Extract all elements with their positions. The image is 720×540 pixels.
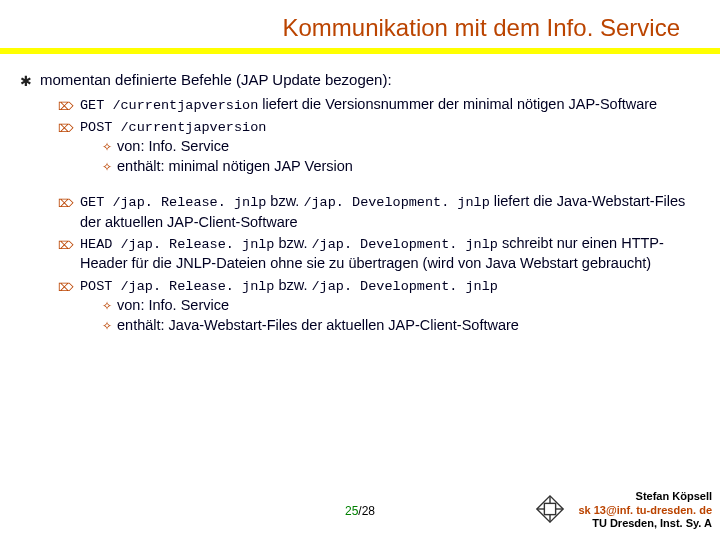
list-item: ⌦ HEAD /jap. Release. jnlp bzw. /jap. De…	[58, 234, 700, 274]
code-text: /jap. Development. jnlp	[303, 195, 489, 210]
body-text: enthält: Java-Webstart-Files der aktuell…	[117, 316, 519, 336]
bullet-l2-icon: ⌦	[58, 238, 74, 253]
author-block: Stefan Köpsell sk 13@inf. tu-dresden. de…	[578, 490, 712, 530]
university-logo-icon	[535, 494, 565, 524]
bullet-l3-icon: ✧	[102, 159, 112, 175]
body-text: enthält: minimal nötigen JAP Version	[117, 157, 353, 177]
group-b: ⌦ GET /jap. Release. jnlp bzw. /jap. Dev…	[58, 192, 700, 335]
code-text: POST /jap. Release. jnlp	[80, 279, 274, 294]
bullet-l3-icon: ✧	[102, 298, 112, 314]
page-number: 25/28	[345, 504, 375, 518]
bullet-l3-icon: ✧	[102, 139, 112, 155]
sub-item: ✧ enthält: Java-Webstart-Files der aktue…	[102, 316, 700, 336]
code-text: POST /currentjapversion	[80, 120, 266, 135]
code-text: /jap. Development. jnlp	[312, 237, 498, 252]
sub-item: ✧ von: Info. Service	[102, 137, 700, 157]
body-text: bzw.	[266, 193, 303, 209]
bullet-l2-icon: ⌦	[58, 121, 74, 136]
sub-item: ✧ von: Info. Service	[102, 296, 700, 316]
body-text: bzw.	[274, 235, 311, 251]
author-email: sk 13@inf. tu-dresden. de	[578, 504, 712, 517]
body-text: von: Info. Service	[117, 296, 229, 316]
bullet-l3-icon: ✧	[102, 318, 112, 334]
body-text: liefert die Versionsnummer der minimal n…	[258, 96, 657, 112]
author-org: TU Dresden, Inst. Sy. A	[578, 517, 712, 530]
list-item: ⌦ GET /jap. Release. jnlp bzw. /jap. Dev…	[58, 192, 700, 232]
sub-item: ✧ enthält: minimal nötigen JAP Version	[102, 157, 700, 177]
author-name: Stefan Köpsell	[578, 490, 712, 503]
code-text: GET /jap. Release. jnlp	[80, 195, 266, 210]
section-heading-row: ✱ momentan definierte Befehle (JAP Updat…	[20, 70, 700, 91]
footer: 25/28 Stefan Köpsell sk 13@inf. tu-dresd…	[0, 486, 720, 532]
bullet-l1-icon: ✱	[20, 72, 32, 91]
content-area: ✱ momentan definierte Befehle (JAP Updat…	[0, 54, 720, 335]
svg-rect-1	[544, 503, 555, 514]
section-heading: momentan definierte Befehle (JAP Update …	[40, 70, 392, 90]
page-title: Kommunikation mit dem Info. Service	[0, 0, 720, 48]
bullet-l2-icon: ⌦	[58, 280, 74, 295]
body-text: bzw.	[274, 277, 311, 293]
bullet-l2-icon: ⌦	[58, 196, 74, 211]
code-text: /jap. Development. jnlp	[312, 279, 498, 294]
code-text: GET /currentjapversion	[80, 98, 258, 113]
page-current: 25	[345, 504, 358, 518]
group-a: ⌦ GET /currentjapversion liefert die Ver…	[58, 95, 700, 177]
bullet-l2-icon: ⌦	[58, 99, 74, 114]
code-text: HEAD /jap. Release. jnlp	[80, 237, 274, 252]
list-item: ⌦ POST /jap. Release. jnlp bzw. /jap. De…	[58, 276, 700, 335]
body-text: von: Info. Service	[117, 137, 229, 157]
page-total: 28	[362, 504, 375, 518]
list-item: ⌦ POST /currentjapversion ✧ von: Info. S…	[58, 117, 700, 176]
list-item: ⌦ GET /currentjapversion liefert die Ver…	[58, 95, 700, 115]
